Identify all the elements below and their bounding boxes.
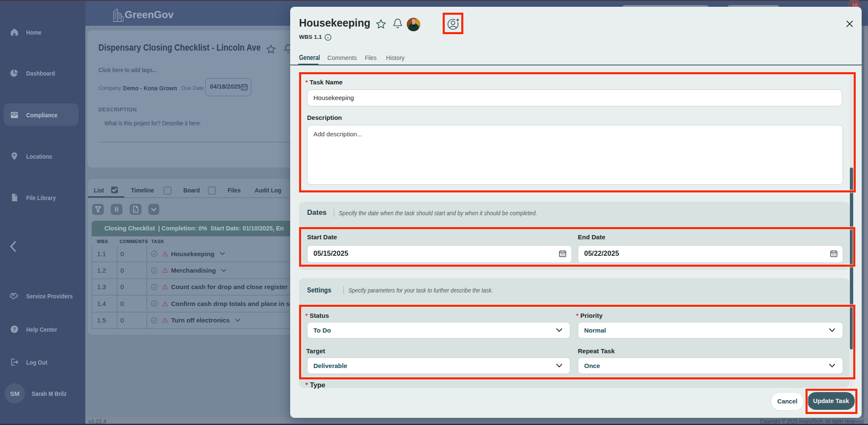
svg-text:?: ? xyxy=(13,326,16,333)
svg-text:x: x xyxy=(134,208,136,212)
